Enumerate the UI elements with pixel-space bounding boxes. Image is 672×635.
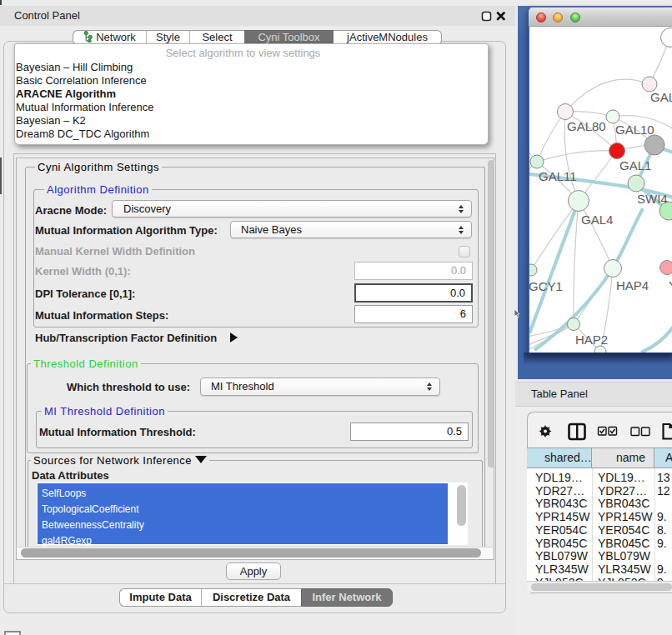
svg-text:GAL10: GAL10: [615, 122, 654, 137]
svg-text:HAP2: HAP2: [575, 332, 608, 347]
svg-text:GAL7: GAL7: [650, 90, 672, 104]
svg-text:GAL11: GAL11: [539, 169, 577, 183]
svg-text:GCY1: GCY1: [529, 279, 563, 293]
svg-text:GAL80: GAL80: [567, 119, 606, 133]
svg-text:GAL4: GAL4: [581, 212, 613, 227]
svg-text:GAL1: GAL1: [619, 158, 651, 172]
svg-text:HAP4: HAP4: [616, 278, 649, 292]
svg-text:Y: Y: [669, 278, 672, 292]
svg-text:SWI4: SWI4: [637, 192, 668, 206]
